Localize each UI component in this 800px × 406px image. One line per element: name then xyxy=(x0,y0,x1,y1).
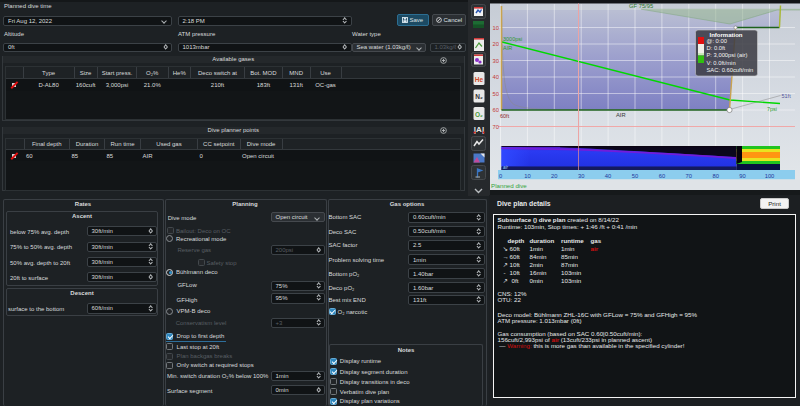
svg-text:60: 60 xyxy=(659,173,665,179)
svg-text:70: 70 xyxy=(686,173,692,179)
svg-text:20: 20 xyxy=(493,41,499,47)
svg-text:20: 20 xyxy=(551,173,557,179)
svg-text:40: 40 xyxy=(493,74,499,80)
svg-text:D: 0.0ft: D: 0.0ft xyxy=(707,45,726,51)
svg-text:SAC: 0.60cuft/min: SAC: 0.60cuft/min xyxy=(707,67,754,73)
svg-text:50: 50 xyxy=(493,91,499,97)
svg-text:7psi: 7psi xyxy=(767,106,777,112)
svg-text:40: 40 xyxy=(605,173,611,179)
svg-text:P: 3,000psi (air): P: 3,000psi (air) xyxy=(707,52,748,58)
svg-text:Information: Information xyxy=(710,32,743,38)
svg-text:10: 10 xyxy=(524,173,530,179)
svg-text:100: 100 xyxy=(765,173,775,179)
svg-text:GF 75/95: GF 75/95 xyxy=(629,3,653,9)
svg-text:51ft: 51ft xyxy=(782,93,792,99)
svg-text:3000psi: 3000psi xyxy=(503,36,522,42)
svg-text:Planned dive: Planned dive xyxy=(491,182,527,189)
svg-text:60: 60 xyxy=(493,107,499,113)
svg-text:@: 0:00: @: 0:00 xyxy=(707,38,727,44)
svg-text:V: 0.0ft/min: V: 0.0ft/min xyxy=(707,60,736,66)
svg-text:AIR: AIR xyxy=(616,112,626,118)
svg-text:50: 50 xyxy=(632,173,638,179)
svg-text:AIR: AIR xyxy=(503,45,512,51)
svg-text:90: 90 xyxy=(739,173,745,179)
svg-text:0: 0 xyxy=(499,173,502,179)
svg-text:30: 30 xyxy=(493,58,499,64)
svg-text:80: 80 xyxy=(712,173,718,179)
svg-text:30: 30 xyxy=(578,173,584,179)
svg-text:air: air xyxy=(503,165,509,170)
svg-text:10: 10 xyxy=(493,25,499,31)
svg-text:70: 70 xyxy=(493,124,499,130)
svg-text:60ft: 60ft xyxy=(500,113,510,119)
